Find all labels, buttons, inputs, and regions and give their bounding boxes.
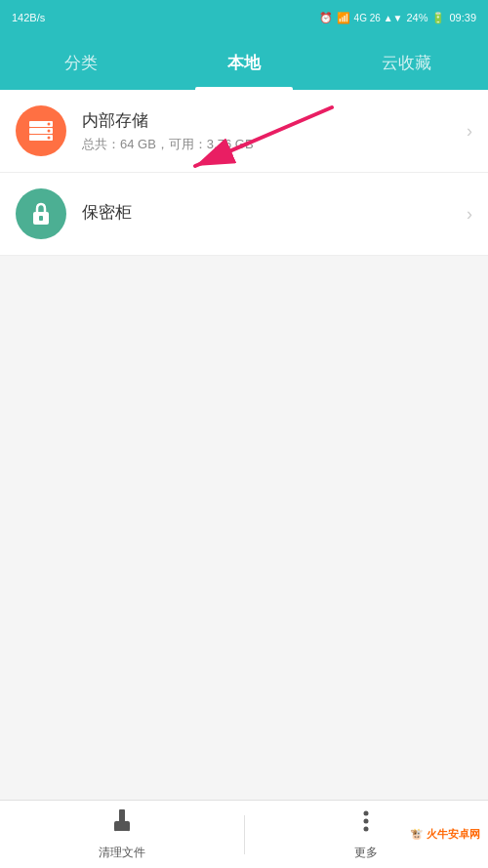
lock-icon	[29, 200, 53, 227]
tab-classify[interactable]: 分类	[0, 35, 163, 90]
svg-rect-7	[39, 216, 43, 221]
storage-chevron: ›	[467, 121, 472, 142]
status-bar: 142B/s ⏰ 📶 4G 26 ▲▼ 24% 🔋 09:39	[0, 0, 488, 35]
signal-icon: 4G 26 ▲▼	[354, 13, 403, 23]
storage-icon-bg	[16, 105, 66, 156]
storage-subtitle: 总共：64 GB，可用：3.76 GB	[82, 136, 467, 153]
watermark-text: 🐮 火牛安卓网	[410, 827, 480, 842]
time-display: 09:39	[449, 12, 476, 23]
status-icons: ⏰ 📶 4G 26 ▲▼ 24% 🔋 09:39	[319, 12, 476, 24]
clock-icon: ⏰	[319, 12, 333, 24]
storage-icon	[27, 117, 55, 145]
storage-title: 内部存储	[82, 109, 467, 132]
battery-icon: 🔋	[431, 12, 445, 24]
tab-bar: 分类 本地 云收藏	[0, 35, 488, 90]
internal-storage-item[interactable]: 内部存储 总共：64 GB，可用：3.76 GB ›	[0, 90, 488, 173]
secret-box-item[interactable]: 保密柜 ›	[0, 173, 488, 256]
status-speed: 142B/s	[12, 0, 45, 35]
bottom-bar: 清理文件 更多 🐮 火牛安卓网	[0, 800, 488, 868]
clean-files-button[interactable]: 清理文件	[0, 807, 244, 861]
secret-title: 保密柜	[82, 201, 467, 224]
broom-icon	[108, 807, 136, 841]
watermark: 🐮 火牛安卓网	[342, 800, 488, 868]
secret-chevron: ›	[467, 204, 472, 225]
svg-point-5	[48, 137, 51, 140]
svg-rect-9	[119, 809, 125, 823]
wifi-icon: 📶	[337, 12, 350, 24]
svg-point-4	[48, 130, 51, 133]
main-content: 内部存储 总共：64 GB，可用：3.76 GB › 保密柜 ›	[0, 90, 488, 800]
svg-point-3	[48, 123, 51, 126]
clean-files-label: 清理文件	[99, 845, 145, 861]
secret-content: 保密柜	[82, 201, 467, 227]
tab-local[interactable]: 本地	[163, 35, 326, 90]
battery-text: 24%	[406, 12, 427, 23]
lock-icon-bg	[16, 188, 66, 239]
tab-cloud[interactable]: 云收藏	[325, 35, 488, 90]
storage-content: 内部存储 总共：64 GB，可用：3.76 GB	[82, 109, 467, 153]
